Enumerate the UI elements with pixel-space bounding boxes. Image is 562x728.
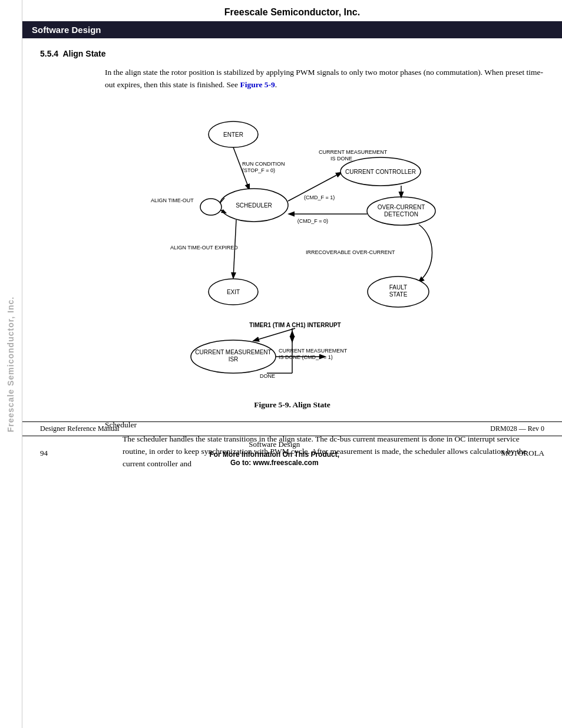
figure-link[interactable]: Figure 5-9 <box>240 80 275 89</box>
footer-brand: MOTOROLA <box>501 449 544 458</box>
sidebar-watermark: Freescale Semiconductor, Inc. <box>0 0 22 728</box>
intro-text2: . <box>275 80 277 89</box>
main-content: Freescale Semiconductor, Inc. Software D… <box>22 0 562 470</box>
svg-text:SCHEDULER: SCHEDULER <box>236 202 272 209</box>
diagram-caption: Figure 5-9. Align State <box>40 400 544 410</box>
svg-line-32 <box>254 328 295 341</box>
svg-text:(STOP_F = 0): (STOP_F = 0) <box>242 167 275 173</box>
svg-text:ALIGN TIME-OUT: ALIGN TIME-OUT <box>151 197 194 203</box>
content-area: 5.5.4 Align State In the align state the… <box>22 49 562 470</box>
sidebar-text: Freescale Semiconductor, Inc. <box>6 296 16 432</box>
svg-text:CURRENT MEASUREMENT: CURRENT MEASUREMENT <box>195 349 271 355</box>
svg-text:DETECTION: DETECTION <box>384 211 418 218</box>
state-diagram: ENTER RUN CONDITION (STOP_F = 0) SCHEDUL… <box>118 102 466 397</box>
svg-text:IS DONE (CMD_F = 1): IS DONE (CMD_F = 1) <box>279 354 333 360</box>
page-footer: Designer Reference Manual DRM028 — Rev 0… <box>22 421 562 470</box>
svg-text:STATE: STATE <box>389 291 408 298</box>
footer-bold1: For More Information On This Product, <box>48 450 501 459</box>
svg-text:IRRECOVERABLE OVER-CURRENT: IRRECOVERABLE OVER-CURRENT <box>306 249 395 255</box>
svg-point-8 <box>200 199 222 215</box>
svg-text:EXIT: EXIT <box>227 289 240 295</box>
intro-text1: In the align state the rotor position is… <box>105 68 543 89</box>
section-heading: Align State <box>62 49 105 58</box>
section-number: 5.5.4 <box>40 49 58 58</box>
svg-text:RUN CONDITION: RUN CONDITION <box>242 161 285 167</box>
footer-left: Designer Reference Manual <box>40 424 120 433</box>
svg-text:TIMER1 (TIM A CH1) INTERRUPT: TIMER1 (TIM A CH1) INTERRUPT <box>249 322 340 328</box>
svg-text:ISR: ISR <box>229 356 239 363</box>
svg-text:ALIGN TIME-OUT EXPIRED: ALIGN TIME-OUT EXPIRED <box>170 245 238 251</box>
svg-text:CURRENT MEASUREMENT: CURRENT MEASUREMENT <box>279 348 348 354</box>
svg-text:CURRENT MEASUREMENT: CURRENT MEASUREMENT <box>319 149 388 155</box>
svg-text:IS DONE: IS DONE <box>330 156 352 162</box>
svg-text:DONE: DONE <box>260 373 275 379</box>
svg-text:(CMD_F = 0): (CMD_F = 0) <box>297 218 328 224</box>
svg-text:(CMD_F = 1): (CMD_F = 1) <box>304 195 335 200</box>
footer-bold2: Go to: www.freescale.com <box>48 459 501 467</box>
banner-label: Software Design <box>32 25 101 35</box>
page-header: Freescale Semiconductor, Inc. <box>22 0 562 21</box>
svg-text:FAULT: FAULT <box>389 284 407 291</box>
footer-center: Software Design For More Information On … <box>48 440 501 467</box>
diagram-container: ENTER RUN CONDITION (STOP_F = 0) SCHEDUL… <box>40 102 544 397</box>
footer-right: DRM028 — Rev 0 <box>490 424 544 433</box>
svg-text:ENTER: ENTER <box>223 131 243 138</box>
footer-top: Designer Reference Manual DRM028 — Rev 0 <box>22 422 562 436</box>
footer-bottom: 94 Software Design For More Information … <box>22 436 562 470</box>
section-banner: Software Design <box>22 21 562 38</box>
intro-text: In the align state the rotor position is… <box>105 67 544 91</box>
header-title: Freescale Semiconductor, Inc. <box>224 7 360 17</box>
footer-page: 94 <box>40 449 48 458</box>
svg-text:OVER-CURRENT: OVER-CURRENT <box>378 204 425 210</box>
svg-text:CURRENT CONTROLLER: CURRENT CONTROLLER <box>345 169 416 175</box>
caption-text: Figure 5-9. Align State <box>254 400 330 409</box>
section-title: 5.5.4 Align State <box>40 49 544 58</box>
footer-center-text: Software Design <box>48 440 501 449</box>
